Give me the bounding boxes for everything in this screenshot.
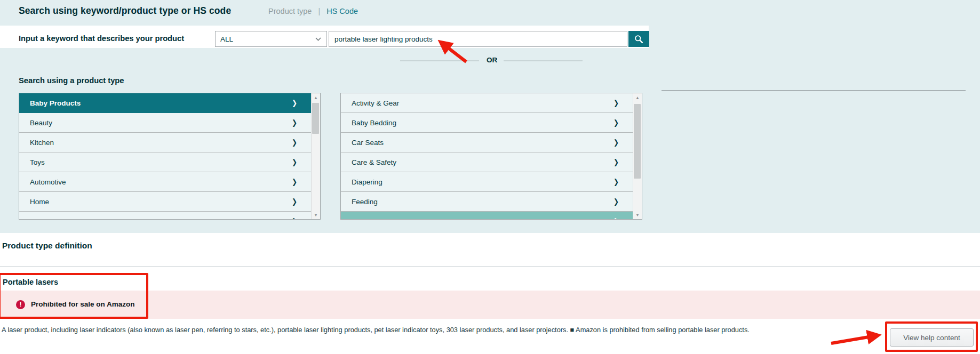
category-list-level1: Baby Products ❯ Beauty ❯ Kitchen ❯ Toys …: [19, 93, 321, 220]
category-item-kitchen[interactable]: Kitchen ❯: [19, 133, 311, 152]
scrollbar-track[interactable]: [312, 102, 320, 211]
chevron-right-icon: ❯: [614, 99, 619, 107]
product-type-name: Portable lasers: [3, 278, 58, 286]
category-item-jewelry[interactable]: Jewelry ❯: [19, 212, 311, 220]
or-divider-line-left: [400, 60, 479, 61]
definition-heading: Product type definition: [2, 241, 92, 251]
prohibited-banner: [0, 291, 980, 319]
category-item-baby-bedding[interactable]: Baby Bedding ❯: [341, 113, 633, 133]
category-item-feeding[interactable]: Feeding ❯: [341, 192, 633, 212]
scroll-up-icon[interactable]: ▲: [633, 93, 642, 102]
category-item-activity-gear[interactable]: Activity & Gear ❯: [341, 93, 633, 113]
product-type-search-page: Search using keyword/product type or HS …: [0, 0, 980, 354]
chevron-right-icon: ❯: [292, 178, 297, 186]
chevron-down-icon: [315, 37, 321, 41]
or-divider-text: OR: [481, 56, 503, 64]
category-item-furniture[interactable]: Furniture ❯: [341, 212, 633, 220]
category-item-label: Toys: [30, 158, 45, 166]
scroll-down-icon[interactable]: ▼: [633, 211, 642, 219]
category-item-label: Care & Safety: [352, 158, 396, 166]
category-item-label: Kitchen: [30, 139, 54, 147]
category-item-label: Baby Bedding: [352, 119, 396, 127]
chevron-right-icon: ❯: [614, 178, 619, 186]
category-list-level3-border: [662, 90, 966, 91]
search-button[interactable]: [628, 31, 649, 47]
tab-hs-code[interactable]: HS Code: [326, 7, 358, 15]
chevron-right-icon: ❯: [292, 217, 297, 220]
category-select-value: ALL: [220, 35, 233, 43]
prohibited-badge-text: Prohibited for sale on Amazon: [31, 300, 135, 308]
category-item-label: Activity & Gear: [352, 99, 399, 107]
alert-icon: !: [16, 300, 25, 309]
scroll-up-icon[interactable]: ▲: [312, 93, 320, 102]
category-select[interactable]: ALL: [215, 31, 327, 47]
chevron-right-icon: ❯: [292, 197, 297, 206]
definition-description: A laser product, including laser indicat…: [2, 326, 764, 334]
scroll-down-icon[interactable]: ▼: [312, 211, 320, 219]
category-item-label: Furniture: [352, 218, 380, 220]
category-item-diapering[interactable]: Diapering ❯: [341, 172, 633, 192]
scrollbar-thumb[interactable]: [634, 104, 641, 179]
view-help-content-button[interactable]: View help content: [890, 328, 974, 347]
or-divider-line-right: [504, 60, 583, 61]
category-item-label: Beauty: [30, 119, 52, 127]
product-type-heading: Search using a product type: [19, 76, 124, 85]
category-item-label: Car Seats: [352, 139, 384, 147]
chevron-right-icon: ❯: [614, 138, 619, 147]
category-item-label: Home: [30, 198, 49, 206]
search-section: Search using keyword/product type or HS …: [0, 0, 980, 233]
category-item-label: Jewelry: [30, 218, 54, 220]
category-item-home[interactable]: Home ❯: [19, 192, 311, 212]
category-item-label: Baby Products: [30, 99, 81, 107]
category-item-automotive[interactable]: Automotive ❯: [19, 172, 311, 192]
chevron-right-icon: ❯: [292, 99, 297, 107]
category-rows-level1: Baby Products ❯ Beauty ❯ Kitchen ❯ Toys …: [19, 93, 311, 219]
category-item-care-safety[interactable]: Care & Safety ❯: [341, 152, 633, 172]
category-item-car-seats[interactable]: Car Seats ❯: [341, 133, 633, 152]
page-title: Search using keyword/product type or HS …: [19, 5, 231, 17]
chevron-right-icon: ❯: [614, 118, 619, 127]
category-rows-level2: Activity & Gear ❯ Baby Bedding ❯ Car Sea…: [341, 93, 633, 219]
category-item-beauty[interactable]: Beauty ❯: [19, 113, 311, 133]
chevron-right-icon: ❯: [292, 118, 297, 127]
search-icon: [634, 35, 643, 44]
chevron-right-icon: ❯: [614, 158, 619, 166]
definition-divider: [0, 266, 980, 267]
category-item-label: Feeding: [352, 198, 378, 206]
scrollbar-thumb[interactable]: [312, 103, 319, 134]
category-list-level2: Activity & Gear ❯ Baby Bedding ❯ Car Sea…: [340, 93, 642, 220]
keyword-input-label: Input a keyword that describes your prod…: [19, 34, 184, 43]
scrollbar-level1[interactable]: ▲ ▼: [311, 93, 320, 219]
tab-separator: |: [318, 7, 320, 15]
search-mode-tabs: Product type | HS Code: [268, 7, 358, 15]
category-item-label: Diapering: [352, 178, 383, 186]
category-item-label: Automotive: [30, 178, 66, 186]
category-item-toys[interactable]: Toys ❯: [19, 152, 311, 172]
category-item-baby-products[interactable]: Baby Products ❯: [19, 93, 311, 113]
chevron-right-icon: ❯: [292, 158, 297, 166]
scrollbar-level2[interactable]: ▲ ▼: [633, 93, 642, 219]
chevron-right-icon: ❯: [614, 217, 619, 220]
chevron-right-icon: ❯: [614, 197, 619, 206]
keyword-input[interactable]: [329, 31, 627, 47]
scrollbar-track[interactable]: [633, 102, 642, 211]
chevron-right-icon: ❯: [292, 138, 297, 147]
tab-product-type[interactable]: Product type: [268, 7, 312, 15]
annotation-arrow-help-button: [831, 335, 878, 343]
